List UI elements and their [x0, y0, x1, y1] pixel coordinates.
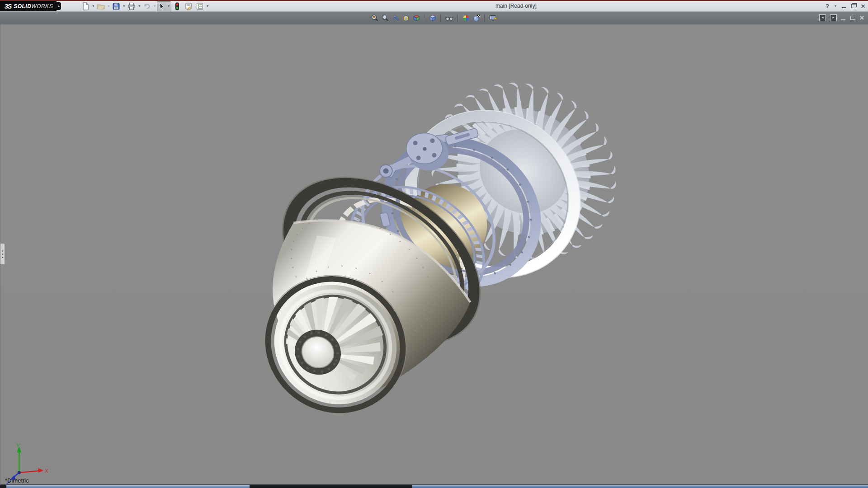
help-caret[interactable]: ▾ [834, 4, 837, 8]
view-settings-button[interactable] [488, 14, 498, 23]
taskbar-button[interactable] [6, 485, 250, 488]
fan-blades [396, 47, 651, 296]
restore-button[interactable] [851, 4, 856, 8]
standard-toolbar: ▾ ▾ ▾ [80, 1, 209, 12]
view-settings-icon [489, 14, 497, 22]
zoom-to-fit-icon [371, 14, 379, 22]
undo-icon [142, 2, 151, 11]
options-caret[interactable]: ▾ [206, 4, 209, 8]
print-caret[interactable]: ▾ [137, 4, 141, 8]
edit-appearance-button[interactable] [462, 14, 471, 23]
stoplight-icon [173, 2, 182, 11]
new-document-icon [81, 2, 90, 11]
doc-close-button[interactable]: ✕ [859, 14, 864, 21]
stator-ring [328, 163, 506, 331]
print-button[interactable] [126, 1, 137, 12]
pane-toggle-left[interactable]: ◂ [819, 14, 826, 21]
minimize-button[interactable] [842, 7, 846, 8]
previous-view-button[interactable] [391, 14, 400, 23]
exhaust-cone [269, 192, 470, 389]
select-caret[interactable]: ▾ [166, 4, 171, 8]
taskbar-sliver [0, 485, 868, 488]
solidworks-logo-mark: 3S [5, 3, 11, 10]
fan-shroud-ring [373, 77, 612, 310]
doc-restore-button[interactable] [850, 16, 855, 20]
triad-x-label: X [44, 468, 48, 474]
doc-minimize-button[interactable] [841, 19, 845, 20]
hud-separator [484, 14, 485, 22]
pane-left-icon: ◂ [822, 15, 824, 19]
view-orientation-label: *Dimetric [5, 477, 29, 484]
select-button[interactable] [157, 2, 166, 11]
jet-engine-model: Y X Z [0, 24, 868, 484]
rebuild-button[interactable] [172, 1, 183, 12]
zoom-to-area-button[interactable] [381, 14, 390, 23]
view-orientation-button[interactable] [412, 14, 421, 23]
open-caret[interactable]: ▾ [107, 4, 110, 8]
display-style-button[interactable] [428, 14, 437, 23]
hud-separator [424, 14, 425, 22]
appearance-sphere-icon [462, 14, 470, 22]
section-view-button[interactable] [401, 14, 410, 23]
inlet-ring [252, 143, 511, 380]
riveted-band [317, 177, 484, 332]
turbine-flutes [279, 283, 383, 381]
collapse-icon: ◂ [2, 253, 3, 255]
select-cursor-icon [158, 2, 166, 10]
help-button[interactable]: ? [826, 3, 829, 9]
select-tool-group: ▾ [157, 1, 171, 11]
nozzle-rim [238, 249, 433, 441]
eyeglasses-icon [445, 14, 454, 22]
section-view-icon [402, 14, 410, 22]
solidworks-logo: 3S SOLID WORKS [0, 1, 57, 11]
zoom-to-area-icon [381, 14, 389, 22]
window-controls: ? ▾ ✕ [826, 1, 865, 11]
collapse-icon: ◂ [2, 249, 3, 252]
display-style-icon [429, 14, 437, 22]
undo-caret[interactable]: ▾ [153, 4, 156, 8]
titlebar: 3S SOLID WORKS ▸ ▾ ▾ [0, 1, 868, 12]
save-button[interactable] [111, 1, 122, 12]
file-properties-icon [184, 2, 193, 11]
menu-expand-button[interactable]: ▸ [57, 2, 61, 10]
close-button[interactable]: ✕ [861, 3, 865, 9]
triad-y-label: Y [16, 443, 20, 448]
feature-manager-collapsed-tab[interactable]: ◂ ◂ ◂ [0, 243, 5, 265]
collapse-icon: ◂ [2, 256, 3, 258]
headsup-view-toolbar [370, 14, 498, 23]
new-document-button[interactable] [80, 1, 91, 12]
view-orientation-icon [412, 14, 420, 22]
new-caret[interactable]: ▾ [91, 4, 95, 8]
apply-scene-icon [472, 14, 481, 22]
taskbar-button[interactable] [412, 485, 868, 488]
pane-right-icon: ▸ [833, 15, 835, 19]
document-title: main [Read-only] [495, 1, 537, 11]
open-button[interactable] [95, 1, 106, 12]
compressor-casing [353, 109, 562, 310]
engine-core-drum [411, 225, 446, 263]
undo-button[interactable] [142, 1, 152, 12]
fan-assembly [396, 47, 651, 296]
viewport-topbar: ◂ ▸ ✕ [0, 12, 868, 24]
document-window-controls: ◂ ▸ ✕ [819, 12, 864, 24]
hide-show-items-button[interactable] [444, 14, 454, 23]
print-icon [127, 2, 136, 11]
options-button[interactable] [194, 1, 205, 12]
brand-light: WORKS [31, 3, 53, 9]
apply-scene-button[interactable] [472, 14, 481, 23]
expand-icon: ▸ [58, 4, 60, 8]
model-viewport[interactable]: Y X Z ◂ ◂ ◂ *Dimetric [0, 24, 868, 485]
options-checklist-icon [195, 2, 204, 11]
brand-bold: SOLID [14, 3, 31, 9]
open-icon [96, 2, 105, 11]
plumbing-and-brackets [340, 128, 517, 310]
pane-toggle-right[interactable]: ▸ [830, 14, 837, 21]
zoom-to-fit-button[interactable] [370, 14, 379, 23]
hud-separator [440, 14, 441, 22]
save-caret[interactable]: ▾ [122, 4, 126, 8]
save-icon [112, 2, 121, 11]
hud-separator [458, 14, 458, 22]
previous-view-icon [392, 14, 400, 22]
hub [286, 321, 349, 383]
file-properties-button[interactable] [183, 1, 194, 12]
